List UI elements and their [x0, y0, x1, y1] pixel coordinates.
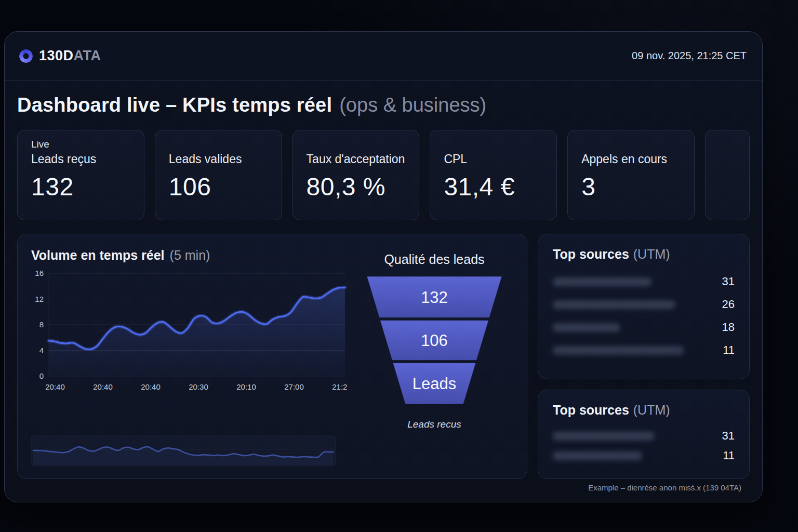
top-sources-panel-2: Top sources (UTM) 3111	[538, 390, 750, 479]
source-value: 26	[722, 298, 735, 311]
svg-text:20:40: 20:40	[93, 382, 113, 391]
title-row: Dashboard live – KPIs temps réel (ops & …	[17, 94, 750, 116]
top-sources-2-title-row: Top sources (UTM)	[553, 403, 735, 418]
svg-text:16: 16	[35, 269, 44, 277]
source-row: 26	[553, 293, 735, 316]
top-sources-panel-1: Top sources (UTM) 31261811	[538, 234, 750, 379]
svg-text:20:40: 20:40	[141, 382, 161, 391]
volume-chart-title-row: Volume en temps réel (5 min)	[30, 248, 347, 263]
kpi-label: Leads valides	[169, 152, 268, 166]
leads-funnel-chart: 132106Leads	[362, 275, 507, 406]
source-label-redacted	[553, 277, 651, 286]
svg-text:Leads: Leads	[413, 375, 456, 393]
kpi-live-badge: Live	[31, 139, 49, 150]
svg-text:8: 8	[39, 320, 44, 329]
funnel-column: Qualité des leads 132106Leads Leads recu…	[356, 248, 512, 467]
svg-text:20:30: 20:30	[189, 382, 208, 391]
volume-panel: Volume en temps réel (5 min) 161284020:4…	[17, 234, 527, 479]
top-sources-1-list: 31261811	[553, 270, 735, 362]
kpi-card-2: Taux d'acceptation80,3 %	[292, 130, 420, 220]
top-sources-2-list: 3111	[553, 426, 735, 466]
source-row: 11	[553, 446, 735, 466]
svg-text:20:40: 20:40	[45, 382, 65, 391]
kpi-card-0: LiveLeads reçus132	[17, 130, 144, 220]
svg-text:21:20: 21:20	[332, 382, 347, 391]
kpi-card-empty	[705, 130, 750, 220]
source-value: 11	[723, 449, 735, 462]
kpi-label: Leads reçus	[31, 152, 130, 166]
brand: 130DATA	[19, 48, 101, 64]
kpi-card-1: Leads valides106	[155, 130, 282, 220]
kpi-value: 132	[31, 172, 130, 201]
svg-text:0: 0	[39, 371, 44, 380]
source-label-redacted	[553, 432, 655, 441]
brand-name-light: ATA	[74, 48, 101, 63]
right-column: Top sources (UTM) 31261811 Top sources (…	[538, 234, 750, 479]
page-subtitle: (ops & business)	[339, 94, 486, 116]
svg-text:27:00: 27:00	[284, 382, 304, 391]
source-value: 18	[722, 321, 735, 334]
source-row: 31	[553, 426, 735, 446]
source-row: 11	[553, 339, 735, 362]
svg-text:12: 12	[35, 295, 44, 303]
top-sources-1-title-suffix: (UTM)	[633, 247, 670, 262]
brand-name: 130DATA	[39, 48, 101, 64]
top-sources-2-title-suffix: (UTM)	[633, 403, 670, 418]
source-label-redacted	[553, 323, 620, 332]
page-title: Dashboard live – KPIs temps réel	[17, 94, 332, 116]
kpi-value: 80,3 %	[307, 172, 406, 201]
kpi-value: 106	[169, 172, 268, 201]
source-value: 31	[722, 429, 735, 443]
dashboard-window: 130DATA 09 nov. 2025, 21:25 CET Dashboar…	[4, 31, 763, 502]
source-label-redacted	[553, 346, 684, 355]
svg-text:20:10: 20:10	[236, 382, 256, 391]
brand-ring-icon	[19, 49, 33, 63]
top-sources-1-title-row: Top sources (UTM)	[553, 247, 735, 262]
kpi-label: Taux d'acceptation	[307, 152, 406, 166]
kpi-card-3: CPL31,4 €	[430, 130, 557, 220]
header: 130DATA 09 nov. 2025, 21:25 CET	[5, 32, 762, 81]
timestamp: 09 nov. 2025, 21:25 CET	[632, 50, 747, 62]
top-sources-2-title: Top sources	[553, 403, 629, 418]
volume-chart-title-suffix: (5 min)	[170, 248, 210, 263]
kpi-row: LiveLeads reçus132Leads valides106Taux d…	[17, 130, 750, 220]
kpi-label: CPL	[444, 152, 543, 166]
footer-row: Example – dienrése anon misś.x (139 04TA…	[17, 483, 750, 493]
footnote: Example – dienrése anon misś.x (139 04TA…	[588, 483, 741, 492]
kpi-value: 31,4 €	[444, 172, 543, 201]
source-value: 11	[723, 343, 735, 357]
kpi-card-4: Appels en cours3	[567, 130, 695, 220]
source-label-redacted	[553, 451, 642, 460]
brand-name-strong: 130D	[39, 48, 74, 63]
volume-line-chart: 161284020:4020:4020:4020:3020:1027:0021:…	[30, 268, 347, 393]
source-row: 18	[553, 316, 735, 339]
svg-text:106: 106	[421, 331, 448, 350]
source-value: 31	[722, 275, 735, 288]
svg-text:132: 132	[421, 288, 448, 307]
source-row: 31	[553, 270, 735, 293]
volume-chart-column: Volume en temps réel (5 min) 161284020:4…	[30, 248, 347, 467]
svg-text:4: 4	[39, 346, 44, 355]
funnel-title: Qualité des leads	[384, 252, 484, 267]
volume-sparkline-chart	[31, 435, 336, 467]
source-label-redacted	[553, 300, 675, 309]
kpi-value: 3	[581, 172, 681, 201]
content-row: Volume en temps réel (5 min) 161284020:4…	[17, 234, 750, 479]
kpi-label: Appels en cours	[581, 152, 681, 166]
top-sources-1-title: Top sources	[553, 247, 629, 262]
volume-chart-title: Volume en temps réel	[31, 248, 165, 263]
funnel-caption: Leads recus	[407, 419, 461, 430]
